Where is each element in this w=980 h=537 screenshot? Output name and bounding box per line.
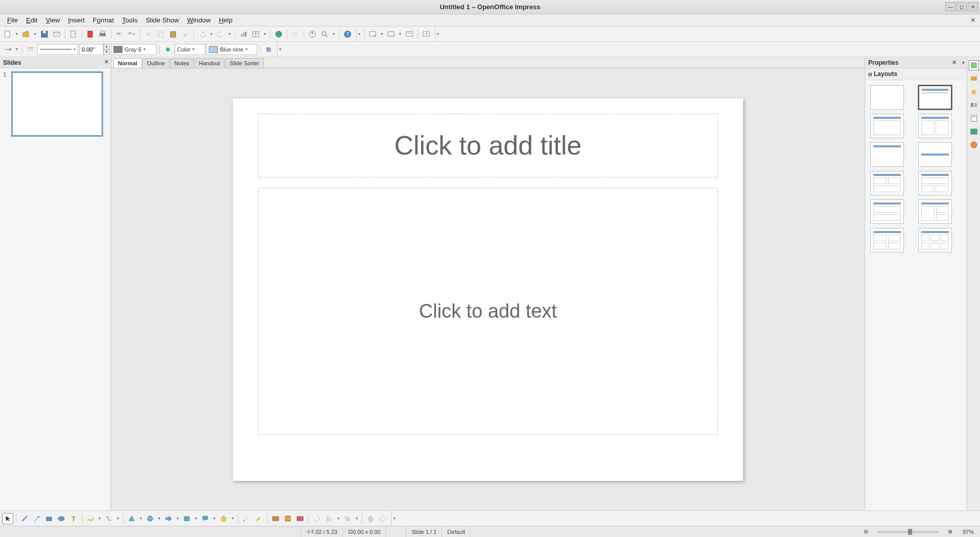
new-button[interactable] xyxy=(2,29,13,40)
sidebar-animation-icon[interactable] xyxy=(969,87,979,97)
menu-edit[interactable]: Edit xyxy=(22,15,41,25)
menu-format[interactable]: Format xyxy=(89,15,118,25)
gallery-tool[interactable] xyxy=(295,513,306,524)
zoom-slider-knob[interactable] xyxy=(908,529,912,535)
drawbar-overflow[interactable]: ▾ xyxy=(391,512,397,526)
canvas-viewport[interactable]: Click to add title Click to add text xyxy=(111,68,865,510)
layout-2x1[interactable] xyxy=(918,199,952,224)
layout-title-2content[interactable] xyxy=(918,114,952,138)
menu-view[interactable]: View xyxy=(41,15,64,25)
shadow-button[interactable] xyxy=(263,44,274,55)
slide-design-dropdown[interactable]: ▾ xyxy=(398,29,403,40)
menu-slideshow[interactable]: Slide Show xyxy=(141,15,183,25)
layout-4content[interactable] xyxy=(870,228,904,252)
zoom-slider[interactable] xyxy=(877,531,939,533)
zoom-in-button[interactable]: ⊕ xyxy=(943,526,958,537)
basic-shapes-dropdown[interactable]: ▾ xyxy=(138,513,143,524)
sidebar-styles-icon[interactable] xyxy=(969,113,979,123)
menu-file[interactable]: File xyxy=(3,15,22,25)
points-tool[interactable] xyxy=(241,513,252,524)
fill-type-select[interactable]: Color ▾ xyxy=(175,44,205,55)
stars-tool[interactable] xyxy=(218,513,229,524)
slide-canvas[interactable]: Click to add title Click to add text xyxy=(233,98,743,481)
toolbar-overflow-2[interactable]: ▾ xyxy=(435,27,440,41)
new-dropdown[interactable]: ▾ xyxy=(14,29,19,40)
zoom-out-button[interactable]: ⊖ xyxy=(859,526,873,537)
undo-dropdown[interactable]: ▾ xyxy=(209,29,214,40)
slides-panel-close[interactable]: ✕ xyxy=(104,59,109,65)
slide-layout-button[interactable] xyxy=(404,29,415,40)
ellipse-tool[interactable] xyxy=(56,513,67,524)
sidebar-properties-icon[interactable] xyxy=(969,60,979,70)
layout-1over2[interactable] xyxy=(918,171,952,195)
curve-tool[interactable] xyxy=(85,513,96,524)
maximize-button[interactable]: ◻ xyxy=(957,2,967,11)
title-placeholder[interactable]: Click to add title xyxy=(258,114,718,177)
open-button[interactable] xyxy=(20,29,32,40)
slide-design-button[interactable] xyxy=(385,29,397,40)
paste-button[interactable] xyxy=(167,29,179,40)
open-dropdown[interactable]: ▾ xyxy=(33,29,38,40)
arrow-style-button[interactable] xyxy=(2,44,13,55)
align-tool[interactable] xyxy=(324,513,335,524)
presentation-button[interactable] xyxy=(421,29,432,40)
menu-insert[interactable]: Insert xyxy=(64,15,89,25)
gluepoints-tool[interactable] xyxy=(253,513,264,524)
layout-title-1content[interactable] xyxy=(870,114,904,138)
flowchart-dropdown[interactable]: ▾ xyxy=(193,513,199,524)
line-color-select[interactable]: Gray 6 ▾ xyxy=(111,44,157,55)
menu-window[interactable]: Window xyxy=(183,15,214,25)
sidebar-transition-icon[interactable] xyxy=(969,100,979,110)
zoom-percent[interactable]: 97% xyxy=(958,526,980,537)
sidebar-gallery-icon[interactable] xyxy=(969,126,979,137)
tab-normal[interactable]: Normal xyxy=(113,58,142,68)
insert-slide-dropdown[interactable]: ▾ xyxy=(379,29,384,40)
callouts-tool[interactable] xyxy=(200,513,211,524)
spellcheck-button[interactable]: ᴬᴮ xyxy=(114,29,125,40)
line-width-down[interactable]: ▾ xyxy=(104,49,110,55)
export-pdf-button[interactable] xyxy=(85,29,96,40)
redo-button[interactable] xyxy=(215,29,226,40)
zoom-dropdown[interactable]: ▾ xyxy=(331,29,336,40)
content-placeholder[interactable]: Click to add text xyxy=(258,188,718,435)
autospell-button[interactable]: ᴬᴮ✓ xyxy=(126,29,137,40)
tab-sorter[interactable]: Slide Sorter xyxy=(225,58,263,68)
save-button[interactable] xyxy=(39,29,50,40)
basic-shapes-tool[interactable] xyxy=(126,513,137,524)
curve-dropdown[interactable]: ▾ xyxy=(97,513,102,524)
toolbar2-overflow[interactable]: ▾ xyxy=(277,42,282,57)
slide-thumb-1[interactable]: 1 xyxy=(3,71,108,137)
edit-file-button[interactable] xyxy=(68,29,79,40)
hyperlink-button[interactable] xyxy=(273,29,284,40)
tab-outline[interactable]: Outline xyxy=(142,58,169,68)
tab-notes[interactable]: Notes xyxy=(170,58,194,68)
area-style-button[interactable] xyxy=(162,44,174,55)
zoom-button[interactable] xyxy=(319,29,330,40)
insert-slide-button[interactable]: + xyxy=(367,29,378,40)
layout-title-only[interactable] xyxy=(870,142,904,167)
fill-color-select[interactable]: Blue nine ▾ xyxy=(206,44,257,55)
chart-button[interactable] xyxy=(238,29,249,40)
arrow-style-dropdown[interactable]: ▾ xyxy=(14,44,19,55)
tab-handout[interactable]: Handout xyxy=(194,58,225,68)
text-tool[interactable]: T xyxy=(68,513,79,524)
layout-blank[interactable] xyxy=(870,85,904,110)
cut-button[interactable] xyxy=(143,29,154,40)
format-paintbrush-button[interactable] xyxy=(180,29,191,40)
rotate-tool[interactable] xyxy=(311,513,323,524)
table-dropdown[interactable]: ▾ xyxy=(262,29,267,40)
symbol-shapes-dropdown[interactable]: ▾ xyxy=(157,513,162,524)
line-style-button[interactable] xyxy=(25,44,36,55)
print-button[interactable] xyxy=(97,29,108,40)
layouts-section-header[interactable]: ⊟Layouts xyxy=(865,68,967,80)
align-dropdown[interactable]: ▾ xyxy=(336,513,341,524)
grid-button[interactable] xyxy=(290,29,301,40)
layout-title-content[interactable] xyxy=(918,85,952,110)
arrow-line-tool[interactable] xyxy=(31,513,42,524)
layout-6content[interactable] xyxy=(918,228,952,252)
block-arrows-dropdown[interactable]: ▾ xyxy=(175,513,180,524)
line-style-select[interactable]: ▾ xyxy=(37,44,78,55)
select-tool[interactable] xyxy=(2,513,13,524)
line-width-spinner[interactable]: ▴▾ xyxy=(79,44,110,55)
toolbar-overflow[interactable]: ▾ xyxy=(356,27,361,41)
